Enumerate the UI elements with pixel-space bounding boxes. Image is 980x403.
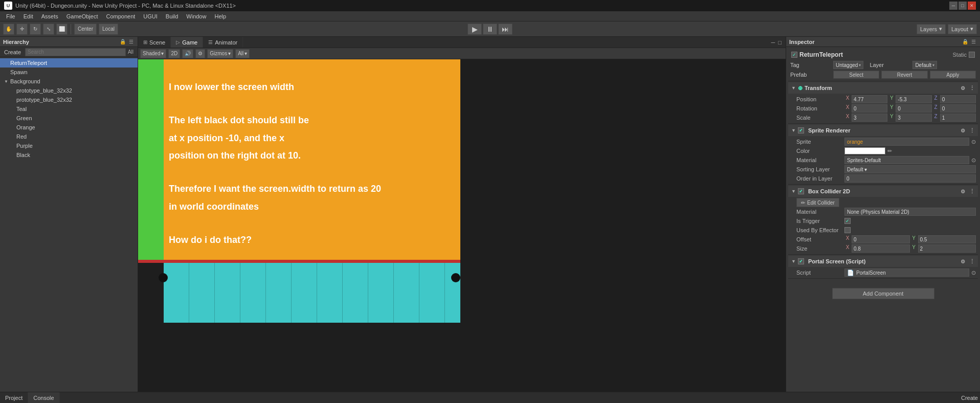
box-collider-gear-icon[interactable]: ⚙ xyxy=(961,189,965,194)
box-collider-enable-checkbox[interactable] xyxy=(798,188,804,194)
script-value-field[interactable]: 📄 PortalScreen xyxy=(844,268,969,277)
bottom-tab-project[interactable]: Project xyxy=(0,392,28,403)
scale-x-field[interactable]: 3 xyxy=(852,114,887,122)
layout-dropdown[interactable]: Layout ▾ xyxy=(948,24,977,34)
portal-dots-icon[interactable]: ⋮ xyxy=(969,258,975,265)
prefab-revert-button[interactable]: Revert xyxy=(881,71,927,79)
scene-tab-scene[interactable]: ⊞ Scene xyxy=(138,37,171,48)
play-button[interactable]: ▶ xyxy=(467,24,482,35)
audio-toggle[interactable]: 🔊 xyxy=(182,49,193,58)
hierarchy-item-spawn[interactable]: Spawn xyxy=(0,68,138,77)
hierarchy-item-purple[interactable]: Purple xyxy=(0,141,138,150)
menu-help[interactable]: Help xyxy=(210,11,230,21)
prefab-select-button[interactable]: Select xyxy=(833,71,879,79)
order-in-layer-field[interactable]: 0 xyxy=(844,174,976,183)
sprite-renderer-gear-icon[interactable]: ⚙ xyxy=(961,128,965,133)
all-dropdown[interactable]: All ▾ xyxy=(235,49,250,58)
bottom-create-label[interactable]: Create xyxy=(961,395,978,401)
scene-minimize-icon[interactable]: ─ xyxy=(771,39,775,46)
box-collider-section-header[interactable]: ▼ Box Collider 2D ⚙ ⋮ xyxy=(788,186,978,197)
pause-button[interactable]: ⏸ xyxy=(483,24,497,35)
hierarchy-search-input[interactable] xyxy=(25,48,126,56)
used-by-effector-checkbox[interactable] xyxy=(844,227,851,233)
position-z-field[interactable]: 0 xyxy=(940,95,976,103)
portal-gear-icon[interactable]: ⚙ xyxy=(961,259,965,264)
move-tool-button[interactable]: ✛ xyxy=(16,24,28,35)
color-edit-icon[interactable]: ✏ xyxy=(887,148,892,154)
bottom-tab-console[interactable]: Console xyxy=(28,392,59,403)
scene-tab-game[interactable]: ▷ Game xyxy=(171,37,203,48)
sorting-layer-dropdown[interactable]: Default ▾ xyxy=(844,165,976,173)
shaded-dropdown[interactable]: Shaded ▾ xyxy=(140,49,166,58)
material-value-field[interactable]: Sprites-Default xyxy=(844,156,969,164)
layer-dropdown[interactable]: Default ▾ xyxy=(912,61,937,69)
size-x-field[interactable]: 0.8 xyxy=(852,244,910,253)
collider-material-field[interactable]: None (Physics Material 2D) xyxy=(844,208,976,216)
hierarchy-item-orange[interactable]: Orange xyxy=(0,123,138,132)
gizmos-dropdown[interactable]: Gizmos ▾ xyxy=(207,49,233,58)
sprite-renderer-section-header[interactable]: ▼ Sprite Renderer ⚙ ⋮ xyxy=(788,125,978,136)
hierarchy-item-prototype1[interactable]: prototype_blue_32x32 xyxy=(0,86,138,95)
hierarchy-item-background[interactable]: ▼ Background xyxy=(0,77,138,86)
tag-dropdown[interactable]: Untagged ▾ xyxy=(833,61,863,69)
portal-enable-checkbox[interactable] xyxy=(798,258,804,264)
menu-component[interactable]: Component xyxy=(102,11,139,21)
layers-dropdown[interactable]: Layers ▾ xyxy=(917,24,946,34)
static-checkbox[interactable] xyxy=(969,52,975,58)
rotation-z-field[interactable]: 0 xyxy=(940,104,976,113)
hierarchy-item-red[interactable]: Red xyxy=(0,132,138,141)
prefab-apply-button[interactable]: Apply xyxy=(930,71,976,79)
twoD-toggle[interactable]: 2D xyxy=(168,49,180,58)
sprite-renderer-enable-checkbox[interactable] xyxy=(798,127,804,133)
transform-dots-icon[interactable]: ⋮ xyxy=(969,85,975,92)
menu-ugui[interactable]: UGUI xyxy=(139,11,162,21)
effects-toggle[interactable]: ⚙ xyxy=(195,49,205,58)
menu-file[interactable]: File xyxy=(2,11,19,21)
menu-assets[interactable]: Assets xyxy=(37,11,62,21)
hierarchy-item-black[interactable]: Black xyxy=(0,150,138,160)
edit-collider-button[interactable]: ✏ Edit Collider xyxy=(796,198,839,207)
position-x-field[interactable]: 4.77 xyxy=(852,95,887,103)
scene-tab-animator[interactable]: ☰ Animator xyxy=(203,37,243,48)
inspector-lock-icon[interactable]: 🔒 xyxy=(962,38,969,46)
add-component-button[interactable]: Add Component xyxy=(832,288,934,299)
hierarchy-menu-icon[interactable]: ☰ xyxy=(127,38,135,46)
step-button[interactable]: ⏭ xyxy=(498,24,513,35)
offset-x-field[interactable]: 0 xyxy=(852,235,910,243)
hierarchy-item-teal[interactable]: Teal xyxy=(0,104,138,114)
object-active-checkbox[interactable] xyxy=(791,52,797,58)
box-collider-dots-icon[interactable]: ⋮ xyxy=(969,188,975,195)
center-button[interactable]: Center xyxy=(74,24,97,35)
menu-edit[interactable]: Edit xyxy=(19,11,37,21)
position-y-field[interactable]: -5.3 xyxy=(896,95,931,103)
scale-tool-button[interactable]: ⤡ xyxy=(43,24,54,35)
size-y-field[interactable]: 2 xyxy=(918,244,976,253)
rotation-y-field[interactable]: 0 xyxy=(896,104,931,113)
rotate-tool-button[interactable]: ↻ xyxy=(30,24,41,35)
transform-section-header[interactable]: ▼ ⊕ Transform ⚙ ⋮ xyxy=(788,82,978,94)
minimize-button[interactable]: ─ xyxy=(949,2,957,10)
scale-y-field[interactable]: 3 xyxy=(896,114,931,122)
sprite-value-field[interactable]: orange xyxy=(844,138,969,146)
hierarchy-item-prototype2[interactable]: prototype_blue_32x32 xyxy=(0,95,138,104)
local-button[interactable]: Local xyxy=(99,24,118,35)
menu-window[interactable]: Window xyxy=(182,11,210,21)
menu-gameobject[interactable]: GameObject xyxy=(62,11,102,21)
rect-tool-button[interactable]: ⬜ xyxy=(56,24,68,35)
sprite-renderer-dots-icon[interactable]: ⋮ xyxy=(969,127,975,134)
close-button[interactable]: ✕ xyxy=(968,2,976,10)
hierarchy-create-button[interactable]: Create xyxy=(2,49,23,55)
offset-y-field[interactable]: 0.5 xyxy=(918,235,976,243)
hierarchy-item-green[interactable]: Green xyxy=(0,114,138,123)
hierarchy-item-returnteleport[interactable]: ReturnTeleport xyxy=(0,58,138,68)
inspector-menu-icon[interactable]: ☰ xyxy=(970,38,977,46)
scene-expand-icon[interactable]: □ xyxy=(778,39,782,46)
script-select-icon[interactable]: ⊙ xyxy=(971,270,976,276)
material-select-icon[interactable]: ⊙ xyxy=(971,157,976,164)
portal-screen-section-header[interactable]: ▼ Portal Screen (Script) ⚙ ⋮ xyxy=(788,256,978,267)
hierarchy-tab[interactable]: Hierarchy xyxy=(3,39,29,45)
is-trigger-checkbox[interactable] xyxy=(844,218,851,224)
sprite-select-icon[interactable]: ⊙ xyxy=(971,139,976,145)
transform-gear-icon[interactable]: ⚙ xyxy=(961,85,965,91)
scale-z-field[interactable]: 1 xyxy=(940,114,976,122)
